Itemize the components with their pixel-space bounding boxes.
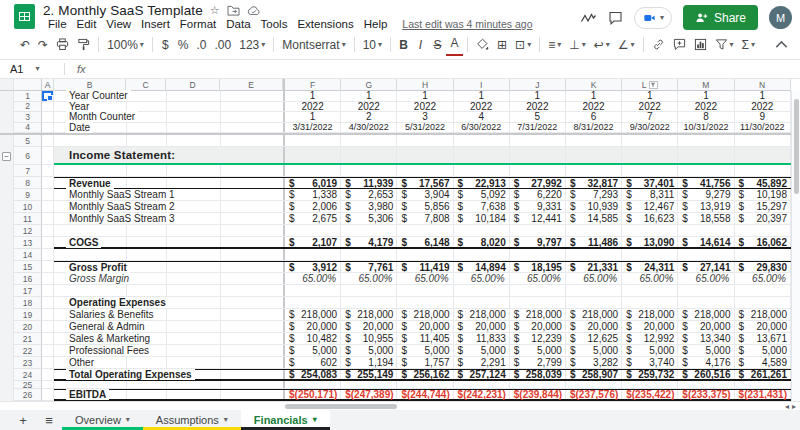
cell-F4[interactable]: 3/31/2022 xyxy=(285,123,341,133)
cell-M21[interactable]: $13,340 xyxy=(678,333,734,344)
menu-data[interactable]: Data xyxy=(221,18,255,30)
cell-A10[interactable] xyxy=(42,201,54,213)
cell-I22[interactable]: $5,000 xyxy=(454,345,510,356)
cell-G9[interactable]: $2,653 xyxy=(341,189,397,200)
horizontal-scrollbar[interactable]: ◂ ▸ xyxy=(0,401,800,410)
cell-G17[interactable] xyxy=(341,285,397,296)
star-icon[interactable]: ☆ xyxy=(210,5,220,16)
row-header-3[interactable]: 3 xyxy=(14,112,42,123)
cell-B12[interactable] xyxy=(54,225,283,236)
name-box[interactable]: A1 ▾ xyxy=(0,63,58,75)
cell-F11[interactable]: $2,675 xyxy=(285,213,341,224)
cell-A12[interactable] xyxy=(42,225,54,237)
cell-H4[interactable]: 5/31/2022 xyxy=(397,123,453,133)
cell-L26[interactable]: $(235,422) xyxy=(622,390,678,399)
insert-comment-button[interactable] xyxy=(669,34,690,56)
cell-L13[interactable]: $13,090 xyxy=(622,237,678,247)
cell-G14[interactable] xyxy=(341,249,397,260)
cell-N23[interactable]: $4,589 xyxy=(735,357,792,368)
cell-L8[interactable]: $37,401 xyxy=(622,178,678,188)
cell-F5[interactable] xyxy=(285,135,341,146)
cell-G10[interactable]: $3,980 xyxy=(341,201,397,212)
sheet-tab-financials[interactable]: Financials▾ xyxy=(241,410,330,430)
cell-A6[interactable] xyxy=(42,147,54,165)
col-header-H[interactable]: H xyxy=(397,79,453,91)
cell-G7[interactable] xyxy=(341,165,397,176)
cell-J17[interactable] xyxy=(510,285,566,296)
cell-N12[interactable] xyxy=(735,225,792,236)
cell-F22[interactable]: $5,000 xyxy=(285,345,341,356)
cell-G4[interactable]: 4/30/2022 xyxy=(341,123,397,133)
cell-K18[interactable] xyxy=(566,297,622,308)
cell-I15[interactable]: $14,894 xyxy=(454,262,510,272)
cell-A16[interactable] xyxy=(42,273,54,285)
cell-B1[interactable]: Year Counter xyxy=(54,91,283,101)
menu-help[interactable]: Help xyxy=(359,18,393,30)
cell-K9[interactable]: $7,293 xyxy=(566,189,622,200)
cell-K6[interactable] xyxy=(566,147,622,163)
print-icon[interactable] xyxy=(52,34,73,56)
cell-H2[interactable]: 2022 xyxy=(397,102,453,112)
cell-F24[interactable]: $254,083 xyxy=(285,370,341,379)
cell-A7[interactable] xyxy=(42,165,54,177)
cell-B13[interactable]: COGS xyxy=(54,237,283,247)
cell-N22[interactable]: $5,000 xyxy=(735,345,792,356)
cell-F25[interactable] xyxy=(285,381,341,388)
row-header-17[interactable]: 17 xyxy=(14,285,42,297)
cell-B16[interactable]: Gross Margin xyxy=(54,273,283,284)
cell-I13[interactable]: $8,020 xyxy=(454,237,510,247)
menu-insert[interactable]: Insert xyxy=(136,18,175,30)
cell-I1[interactable]: 1 xyxy=(454,91,510,101)
cell-N1[interactable]: 1 xyxy=(735,91,792,101)
cell-K15[interactable]: $21,331 xyxy=(566,262,622,272)
cell-F3[interactable]: 1 xyxy=(285,112,341,122)
vertical-align-button[interactable]: ⊥▾ xyxy=(565,34,589,56)
sheet-tab-overview[interactable]: Overview▾ xyxy=(62,410,143,430)
cell-M6[interactable] xyxy=(678,147,734,163)
cell-L22[interactable]: $5,000 xyxy=(622,345,678,356)
cell-L24[interactable]: $259,732 xyxy=(622,370,678,379)
cell-B18[interactable]: Operating Expenses xyxy=(54,297,283,308)
cell-J9[interactable]: $6,220 xyxy=(510,189,566,200)
cell-L15[interactable]: $24,311 xyxy=(622,262,678,272)
cell-H15[interactable]: $11,419 xyxy=(397,262,453,272)
cell-N6[interactable] xyxy=(735,147,792,163)
cell-M5[interactable] xyxy=(678,135,734,146)
cell-A14[interactable] xyxy=(42,249,54,261)
cell-A5[interactable] xyxy=(42,135,54,147)
col-header-L[interactable]: L xyxy=(622,79,678,91)
sheets-logo-icon[interactable] xyxy=(14,4,35,29)
cell-A8[interactable] xyxy=(42,177,54,189)
cell-J6[interactable] xyxy=(510,147,566,163)
horizontal-align-button[interactable]: ≡▾ xyxy=(544,34,565,56)
cell-B14[interactable] xyxy=(54,249,283,260)
grid-corner[interactable] xyxy=(14,79,42,91)
row-header-5[interactable]: 5 xyxy=(14,135,42,147)
cell-H7[interactable] xyxy=(397,165,453,176)
row-header-14[interactable]: 14 xyxy=(14,249,42,261)
cell-J11[interactable]: $12,441 xyxy=(510,213,566,224)
cell-A17[interactable] xyxy=(42,285,54,297)
menu-file[interactable]: File xyxy=(43,18,72,30)
hide-toolbar-button[interactable] xyxy=(771,34,792,56)
cell-H24[interactable]: $256,162 xyxy=(397,370,453,379)
format-currency-button[interactable]: $ xyxy=(157,34,174,56)
cell-N11[interactable]: $20,397 xyxy=(735,213,792,224)
cell-M14[interactable] xyxy=(678,249,734,260)
cell-H20[interactable]: $20,000 xyxy=(397,321,453,332)
all-sheets-button[interactable]: ≡ xyxy=(36,410,62,430)
cell-K11[interactable]: $14,585 xyxy=(566,213,622,224)
cell-F20[interactable]: $20,000 xyxy=(285,321,341,332)
cell-M20[interactable]: $20,000 xyxy=(678,321,734,332)
cell-A9[interactable] xyxy=(42,189,54,201)
cell-L1[interactable]: 1 xyxy=(622,91,678,101)
cell-K20[interactable]: $20,000 xyxy=(566,321,622,332)
cell-M4[interactable]: 10/31/2022 xyxy=(678,123,734,133)
cell-B23[interactable]: Other xyxy=(54,357,283,368)
row-header-4[interactable]: 4 xyxy=(14,123,42,134)
format-percent-button[interactable]: % xyxy=(174,34,193,56)
cell-B7[interactable] xyxy=(54,165,283,176)
cell-M13[interactable]: $14,614 xyxy=(678,237,734,247)
cell-G21[interactable]: $10,955 xyxy=(341,333,397,344)
text-color-button[interactable]: A xyxy=(446,34,463,56)
